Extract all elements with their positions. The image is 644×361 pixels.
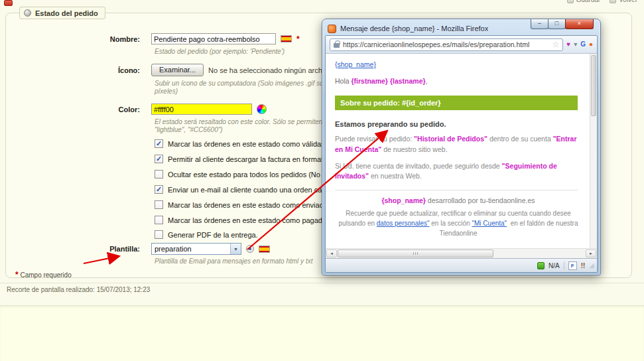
checkbox-label: Permitir al cliente descargar la factura… (168, 155, 334, 163)
checkbox-allow-invoice-download[interactable]: ✓ (155, 155, 163, 163)
checkbox-label: Ocultar este estado para todos los pedid… (168, 171, 336, 179)
footer-brand: {shop_name} desarrollado por tu-tiendaon… (335, 196, 582, 204)
template-help: Plantilla de Email para mensajes en form… (155, 257, 312, 265)
horizontal-scrollbar[interactable]: ◄ ► (326, 248, 597, 258)
browse-button[interactable]: Examinar... (151, 64, 204, 76)
status-separator (564, 261, 564, 269)
name-input[interactable] (151, 33, 276, 44)
screenshot-caption: Recorte de pantalla realizado: 15/07/201… (7, 286, 150, 293)
horizontal-scrollbar-thumb[interactable] (338, 250, 493, 257)
spain-flag-icon[interactable] (281, 35, 292, 42)
order-state-icon (24, 9, 31, 17)
status-na-label: N/A (548, 262, 560, 269)
lastname-placeholder: {lastname} (390, 77, 426, 85)
window-controls: – □ × (531, 19, 594, 29)
dropdown-arrow-icon[interactable]: ▼ (230, 244, 241, 254)
back-icon (610, 0, 616, 3)
checkbox-label: Marcar las órdenes en este estado como v… (168, 140, 327, 148)
checkbox-row-email: ✓ Enviar un e-mail al cliente cuando una… (155, 185, 338, 194)
shop-name-link[interactable]: {shop_name} (335, 60, 376, 68)
checkbox-row-shipped: Marcar las órdenes en este estado como e… (155, 200, 333, 209)
lock-icon (334, 43, 340, 48)
maximize-button[interactable]: □ (548, 19, 566, 29)
mi-cuenta-link[interactable]: "Mi Cuenta" (472, 220, 507, 227)
save-button-label: Guardar (576, 0, 601, 3)
window-title: Mensaje desde {shop_name} - Mozilla Fire… (340, 25, 488, 33)
checkbox-set-shipped[interactable] (155, 200, 163, 209)
bookmark-star-icon[interactable]: ☆ (552, 41, 559, 48)
p2-text: Si Ud. tiene cuenta de invitado, puede s… (335, 162, 502, 170)
name-help: Estado del pedido (por ejemplo: 'Pendien… (155, 48, 285, 55)
greeting-text: Hola (335, 77, 352, 85)
close-button[interactable]: × (565, 19, 594, 29)
color-input[interactable] (151, 104, 252, 115)
checkbox-row-valid: ✓ Marcar las órdenes en este estado como… (155, 139, 327, 148)
icon-help-line2: píxeles) (155, 88, 178, 95)
checkbox-label: Marcar las órdenes en este estado como p… (168, 216, 332, 224)
addon-heart-icon[interactable]: ♥ (566, 41, 570, 48)
admin-toolbar: Guardar Volver (567, 0, 637, 3)
checkbox-row-invoice: ✓ Permitir al cliente descargar la factu… (155, 155, 334, 163)
language-radio[interactable] (246, 245, 254, 253)
color-label: Color: (6, 106, 147, 113)
shop-name-placeholder: {shop_name} (381, 196, 426, 204)
scrollbar-track[interactable] (493, 249, 585, 258)
email-preview: {shop_name} Hola {firstname} {lastname},… (326, 54, 590, 248)
google-icon[interactable]: G (580, 41, 586, 48)
p1-text: dentro de su cuenta (487, 135, 553, 143)
panel-legend-label: Estado del pedido (35, 9, 98, 17)
checkbox-row-pdf: Generar PDF de la entrega. (155, 230, 258, 239)
history-dropdown-icon[interactable]: ▾ (574, 41, 577, 48)
browser-chrome: https://carniceriaonlinelospepes.es/mail… (325, 35, 598, 273)
personal-data-link[interactable]: datos personales" (377, 220, 430, 227)
required-asterisk: * (296, 35, 300, 44)
window-red-icon (4, 0, 13, 6)
url-field[interactable]: https://carniceriaonlinelospepes.es/mail… (330, 38, 563, 51)
template-label: Plantilla: (6, 245, 147, 253)
vertical-scrollbar-thumb[interactable] (591, 55, 596, 116)
bottom-strip (0, 305, 644, 361)
page-divider (0, 283, 644, 283)
navigation-bar: https://carniceriaonlinelospepes.es/mail… (326, 36, 597, 54)
template-select[interactable]: preparation ▼ (151, 243, 241, 255)
checkbox-send-email[interactable]: ✓ (155, 185, 163, 194)
url-text[interactable]: https://carniceriaonlinelospepes.es/mail… (343, 40, 529, 48)
scroll-left-icon[interactable]: ◄ (326, 250, 337, 257)
panel-legend: Estado del pedido (19, 7, 105, 19)
checkbox-label: Marcar las órdenes en este estado como e… (168, 201, 333, 209)
checkbox-consider-valid[interactable]: ✓ (155, 139, 163, 148)
checkbox-row-hide: Ocultar este estado para todos los pedid… (155, 170, 336, 179)
footer-note: Recuerde que puede actualizar, rectifica… (335, 208, 582, 238)
checkbox-label: Enviar un e-mail al cliente cuando una o… (168, 186, 338, 194)
icon-help-line1: Subir un ícono de su computadora (Solo i… (155, 80, 344, 87)
save-button[interactable]: Guardar (567, 0, 601, 3)
back-button-label: Volver (619, 0, 637, 3)
checkbox-generate-delivery-pdf[interactable] (155, 230, 163, 239)
addon-orange-icon[interactable]: ● (589, 41, 593, 48)
resize-grip-icon[interactable]: ◢ (589, 262, 594, 269)
page-viewport: {shop_name} Hola {firstname} {lastname},… (326, 54, 597, 248)
back-button[interactable]: Volver (610, 0, 637, 3)
checkbox-hide-state[interactable] (155, 170, 163, 179)
vertical-scrollbar[interactable] (590, 54, 597, 248)
status-bar: N/A F !! ◢ (326, 258, 597, 272)
no-file-text: No se ha seleccionado ningún archivo. (208, 66, 334, 74)
footer-text: en la sección (430, 220, 472, 227)
p1-text: Puede revisar su pedido: (335, 135, 414, 143)
scroll-right-icon[interactable]: ► (586, 250, 596, 257)
antivirus-status-icon[interactable] (537, 262, 545, 269)
email-heading: Estamos preparando su pedido. (335, 120, 582, 128)
checkbox-set-paid[interactable] (155, 216, 163, 224)
spain-flag-icon[interactable] (259, 246, 270, 253)
greeting-comma: , (426, 77, 428, 85)
p1-text: de nuestro sitio web. (381, 145, 447, 153)
addon-doc-icon[interactable]: F (568, 261, 577, 270)
required-note-text: Campo requerido (19, 271, 72, 279)
color-picker-icon[interactable] (257, 104, 267, 114)
firstname-placeholder: {firstname} (352, 77, 388, 85)
order-history-link[interactable]: "Historial de Pedidos" (414, 135, 487, 143)
minimize-button[interactable]: – (531, 19, 548, 29)
greeting-line: Hola {firstname} {lastname}, (335, 77, 582, 85)
icon-label: Ícono: (6, 66, 147, 74)
powered-by-text: desarrollado por tu-tiendaonline.es (426, 196, 535, 204)
